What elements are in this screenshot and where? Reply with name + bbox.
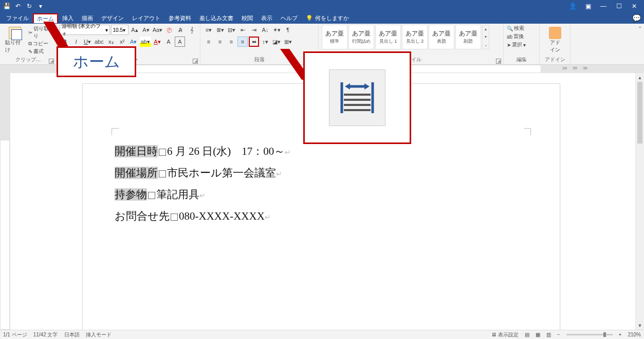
sort-button[interactable]: A↓ [260,25,270,35]
text-line[interactable]: 開催場所市民ホール第一会議室↵ [115,162,291,184]
align-right-button[interactable]: ≡ [226,37,236,47]
format-painter-button[interactable]: ✎書式 [28,48,53,55]
style-item[interactable]: あア亜見出し 1 [375,25,401,49]
styles-more-button[interactable]: ▴▾⌄ [482,25,489,49]
change-case-button[interactable]: Aa▾ [152,25,163,35]
replace-button[interactable]: ab置換 [507,33,536,40]
font-name-select[interactable]: 游明朝 (本文のフォ▾ [60,25,110,35]
shading-button[interactable]: ◪▾ [271,37,282,47]
zoom-level[interactable]: 210% [628,332,641,337]
superscript-button[interactable]: x² [117,37,127,47]
bold-button[interactable]: B [60,37,70,47]
copy-button[interactable]: ⧉コピー [28,40,53,47]
maximize-icon[interactable]: ☐ [611,0,627,12]
styles-dialog-launcher[interactable]: ◢ [496,59,501,64]
clipboard-dialog-launcher[interactable]: ◢ [49,59,54,64]
bullets-button[interactable]: ≡▾ [204,25,214,35]
italic-button[interactable]: I [71,37,81,47]
insert-mode[interactable]: 挿入モード [86,331,112,338]
multilevel-list-button[interactable]: ⊟▾ [226,25,236,35]
shrink-font-button[interactable]: A▾ [141,25,151,35]
text-line[interactable]: 開催日時6 月 26 日(水) 17：00～↵ [115,140,291,162]
strikethrough-button[interactable]: abc [94,37,105,47]
line-spacing2-button[interactable]: ↕▾ [260,37,270,47]
group-addins: アド イン アドイン [540,24,571,64]
tab-design[interactable]: デザイン [97,13,128,24]
style-item[interactable]: あア亜表題 [429,25,454,49]
numbering-button[interactable]: ≣▾ [215,25,225,35]
align-center-button[interactable]: ≡ [215,37,225,47]
language-indicator[interactable]: 日本語 [64,331,80,338]
show-marks-button[interactable]: ¶ [283,25,293,35]
style-gallery[interactable]: あア亜標準あア亜行間詰めあア亜見出し 1あア亜見出し 2あア亜表題あア亜副題▴▾… [322,25,500,49]
tell-me[interactable]: 💡 何をしますか [302,13,353,24]
print-layout-icon[interactable]: ▦ [536,332,540,337]
minimize-icon[interactable]: — [596,0,611,12]
tab-draw[interactable]: 描画 [78,13,97,24]
text-line[interactable]: 持参物筆記用具↵ [115,184,291,205]
char-shading-button[interactable]: A [163,37,174,47]
style-item[interactable]: あア亜見出し 2 [402,25,428,49]
style-item[interactable]: あア亜標準 [322,25,347,49]
decrease-indent-button[interactable]: ⇤ [237,25,248,35]
justify-button[interactable]: ≡ [237,37,248,47]
collapse-ribbon-icon[interactable]: ⌃ [638,26,642,31]
page-indicator[interactable]: 1/1 ページ [3,331,27,338]
font-size-select[interactable]: 10.5▾ [111,25,128,35]
read-mode-icon[interactable]: ▤ [525,332,529,337]
save-icon[interactable]: 💾 [2,2,11,11]
clear-formatting-button[interactable]: A̷ [175,25,186,35]
font-color-button[interactable]: A▾ [152,37,162,47]
scroll-up-icon[interactable]: ▲ [636,73,644,82]
share-icon[interactable]: 💬 [632,14,641,22]
tab-home[interactable]: ホーム [33,13,58,23]
subscript-button[interactable]: x₂ [106,37,116,47]
underline-button[interactable]: U▾ [82,37,93,47]
highlight-button[interactable]: ab▾ [140,37,151,47]
paste-button[interactable]: 貼り付け [3,25,27,56]
tab-help[interactable]: ヘルプ [277,13,302,24]
redo-icon[interactable]: ↻ [25,2,34,11]
word-count[interactable]: 11/42 文字 [33,331,58,338]
close-icon[interactable]: ✕ [627,0,642,12]
distributed-button[interactable]: ⬌ [249,37,259,47]
account-icon[interactable]: 👤 [565,0,580,12]
qat-customize-icon[interactable]: ▾ [36,2,45,11]
cut-button[interactable]: ✂切り取り [28,25,53,40]
display-settings[interactable]: 🖥 表示設定 [491,331,519,338]
tab-mailings[interactable]: 差し込み文書 [195,13,237,24]
text-effects-button[interactable]: A▾ [128,37,139,47]
tab-file[interactable]: ファイル [2,13,33,24]
phonetic-guide-button[interactable]: ㋐ [164,25,174,35]
tab-review[interactable]: 校閲 [237,13,257,24]
scroll-down-icon[interactable]: ▼ [636,321,644,330]
style-item[interactable]: あア亜行間詰め [348,25,374,49]
tab-view[interactable]: 表示 [257,13,277,24]
scroll-thumb[interactable] [637,82,642,144]
line-spacing-button[interactable]: ✶▾ [271,25,282,35]
select-button[interactable]: ➤選択▾ [507,41,536,48]
zoom-in-button[interactable]: + [619,332,622,337]
borders-button[interactable]: ⊞▾ [283,37,293,47]
font-dialog-launcher[interactable]: ◢ [193,59,198,64]
text-line[interactable]: お問合せ先080-XXXX-XXXX↵ [115,205,291,227]
vertical-scrollbar[interactable]: ▲ ▼ [635,73,644,330]
web-layout-icon[interactable]: ▥ [546,332,551,337]
zoom-out-button[interactable]: − [557,332,560,337]
char-border-button[interactable]: A [175,37,185,47]
tab-layout[interactable]: レイアウト [128,13,164,24]
increase-indent-button[interactable]: ⇥ [249,25,259,35]
ribbon-display-icon[interactable]: ▣ [580,0,596,12]
tab-references[interactable]: 参考資料 [164,13,195,24]
find-button[interactable]: 🔍検索 [507,25,536,32]
align-left-button[interactable]: ≡ [204,37,214,47]
enclose-char-button[interactable]: 𝄞 [187,25,197,35]
vertical-ruler[interactable] [0,73,10,330]
grow-font-button[interactable]: A▴ [130,25,140,35]
document-content[interactable]: 開催日時6 月 26 日(水) 17：00～↵開催場所市民ホール第一会議室↵持参… [115,140,291,227]
zoom-slider[interactable] [566,334,613,335]
addins-button[interactable]: アド イン [543,25,567,56]
tab-insert[interactable]: 挿入 [58,13,78,24]
style-item[interactable]: あア亜副題 [455,25,481,49]
undo-icon[interactable]: ↶ [13,2,23,11]
